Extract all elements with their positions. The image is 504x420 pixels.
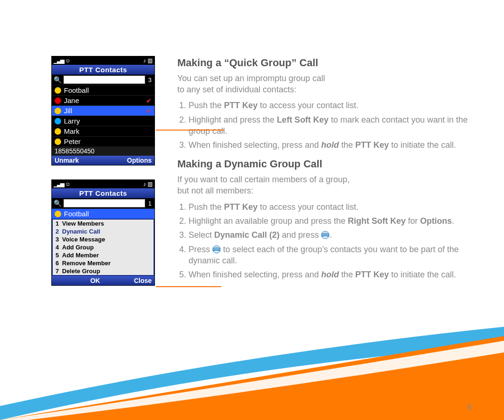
contact-name: Peter bbox=[64, 138, 81, 145]
contact-row-jill[interactable]: Jill ✔ bbox=[52, 105, 154, 116]
battery-icon: ♪ ▥ bbox=[143, 181, 153, 187]
softkey-left[interactable]: Unmark bbox=[55, 157, 79, 164]
presence-icon bbox=[55, 97, 61, 104]
search-row: 🔍 3 bbox=[52, 75, 154, 85]
globe-icon bbox=[321, 231, 329, 239]
instruction-text: Making a “Quick Group” Call You can set … bbox=[177, 56, 476, 287]
menu-item-delete-group[interactable]: 7Delete Group bbox=[53, 267, 154, 275]
presence-icon bbox=[55, 118, 61, 124]
phone-number: 18585550450 bbox=[52, 146, 154, 156]
softkey-center[interactable]: OK bbox=[56, 277, 134, 284]
status-bar: ▁▃▅ ☺ ♪ ▥ bbox=[52, 180, 154, 188]
globe-icon bbox=[212, 245, 221, 254]
intro-dynamic-group: If you want to call certain members of a… bbox=[177, 174, 476, 197]
softkey-right[interactable]: Close bbox=[134, 277, 152, 284]
presence-icon bbox=[55, 128, 61, 135]
decorative-swoosh bbox=[0, 327, 504, 420]
menu-item-voice-message[interactable]: 3Voice Message bbox=[53, 235, 154, 243]
presence-icon bbox=[55, 211, 61, 217]
group-row-football[interactable]: Football bbox=[52, 208, 154, 219]
battery-icon: ♪ ▥ bbox=[143, 57, 153, 64]
softkey-bar: Unmark Options bbox=[52, 156, 154, 165]
signal-icon: ▁▃▅ ☺ bbox=[54, 57, 71, 64]
search-count: 3 bbox=[147, 76, 153, 83]
contact-name: Larry bbox=[64, 117, 80, 125]
check-icon: ✔ bbox=[146, 97, 152, 104]
step: Select Dynamic Call (2) and press . bbox=[189, 229, 476, 241]
contact-name: Mark bbox=[64, 127, 79, 135]
steps-quick-group: Push the PTT Key to access your contact … bbox=[177, 100, 476, 151]
step: Press to select each of the group’s cont… bbox=[189, 244, 476, 267]
contact-name: Football bbox=[64, 86, 89, 94]
heading-dynamic-group: Making a Dynamic Group Call bbox=[177, 157, 476, 171]
phone-screenshots: ▁▃▅ ☺ ♪ ▥ PTT Contacts 🔍 3 Football Jane… bbox=[51, 56, 159, 287]
callout-line-dynamic-call bbox=[156, 286, 221, 287]
menu-item-dynamic-call[interactable]: 2Dynamic Call bbox=[53, 227, 154, 235]
contact-row-football[interactable]: Football bbox=[52, 85, 154, 95]
phone-screen-dynamic-group: ▁▃▅ ☺ ♪ ▥ PTT Contacts 🔍 1 Football 1Vie… bbox=[51, 179, 155, 286]
step: Push the PTT Key to access your contact … bbox=[189, 100, 476, 111]
status-bar: ▁▃▅ ☺ ♪ ▥ bbox=[52, 56, 154, 65]
screen-title: PTT Contacts bbox=[52, 188, 154, 198]
group-name: Football bbox=[64, 210, 89, 218]
menu-item-add-member[interactable]: 5Add Member bbox=[53, 251, 154, 259]
contact-row-larry[interactable]: Larry bbox=[52, 116, 154, 126]
presence-icon bbox=[55, 108, 61, 114]
step: When finished selecting, press and hold … bbox=[189, 139, 476, 151]
contact-row-jane[interactable]: Jane ✔ bbox=[52, 95, 154, 105]
page-number: 9 bbox=[467, 403, 471, 412]
step: Push the PTT Key to access your contact … bbox=[189, 201, 476, 213]
softkey-bar: OK Close bbox=[52, 276, 154, 285]
contact-row-peter[interactable]: Peter bbox=[52, 136, 154, 146]
check-icon: ✔ bbox=[146, 107, 152, 115]
callout-line-jill bbox=[156, 130, 224, 131]
contact-row-mark[interactable]: Mark bbox=[52, 126, 154, 136]
signal-icon: ▁▃▅ ☺ bbox=[54, 181, 71, 187]
steps-dynamic-group: Push the PTT Key to access your contact … bbox=[177, 201, 476, 281]
contact-name: Jane bbox=[64, 96, 79, 104]
search-input[interactable] bbox=[63, 76, 145, 84]
search-row: 🔍 1 bbox=[52, 198, 154, 208]
menu-item-view-members[interactable]: 1View Members bbox=[53, 220, 154, 227]
step: Highlight an available group and press t… bbox=[189, 215, 476, 227]
step: When finished selecting, press and hold … bbox=[189, 269, 476, 280]
phone-screen-quick-group: ▁▃▅ ☺ ♪ ▥ PTT Contacts 🔍 3 Football Jane… bbox=[51, 56, 155, 165]
search-icon: 🔍 bbox=[54, 76, 62, 83]
options-menu: 1View Members 2Dynamic Call 3Voice Messa… bbox=[52, 219, 154, 276]
contact-name: Jill bbox=[64, 107, 72, 115]
step: Highlight and press the Left Soft Key to… bbox=[189, 114, 476, 137]
presence-icon bbox=[55, 87, 61, 94]
search-icon: 🔍 bbox=[54, 200, 62, 207]
screen-title: PTT Contacts bbox=[52, 65, 154, 75]
search-input[interactable] bbox=[63, 199, 145, 207]
menu-item-add-group[interactable]: 4Add Group bbox=[53, 243, 154, 251]
presence-icon bbox=[55, 138, 61, 145]
intro-quick-group: You can set up an impromptu group call t… bbox=[177, 73, 476, 96]
search-count: 1 bbox=[147, 200, 153, 207]
softkey-right[interactable]: Options bbox=[127, 157, 152, 164]
menu-item-remove-member[interactable]: 6Remove Member bbox=[53, 259, 154, 267]
heading-quick-group: Making a “Quick Group” Call bbox=[177, 56, 476, 70]
